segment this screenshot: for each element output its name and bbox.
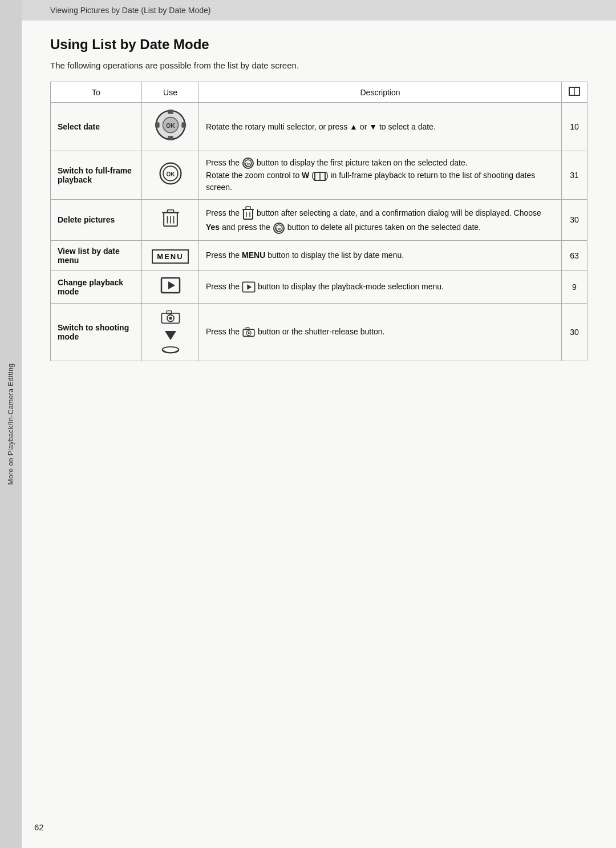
- breadcrumb: Viewing Pictures by Date (List by Date M…: [22, 0, 616, 21]
- svg-marker-39: [165, 331, 176, 340]
- row-desc: Press the button to display the playback…: [199, 270, 562, 303]
- row-use: OK: [142, 151, 199, 200]
- svg-point-44: [248, 332, 249, 334]
- svg-rect-19: [167, 210, 173, 213]
- shutter-icon: [160, 345, 181, 355]
- svg-rect-43: [246, 328, 249, 330]
- row-use: OK: [142, 103, 199, 151]
- menu-icon: MENU: [149, 248, 192, 264]
- svg-rect-23: [244, 209, 253, 219]
- row-desc: Press the button after selecting a date,…: [199, 200, 562, 240]
- row-desc: Press the MENU button to display the lis…: [199, 240, 562, 270]
- ok-circle-icon: OK: [149, 160, 192, 190]
- header-description: Description: [199, 82, 562, 103]
- header-ref: [562, 82, 587, 103]
- header-to: To: [51, 82, 142, 103]
- svg-rect-5: [155, 122, 159, 128]
- row-desc: Press the OK button to display the first…: [199, 151, 562, 200]
- header-use: Use: [142, 82, 199, 103]
- svg-text:OK: OK: [166, 171, 175, 177]
- table-row: Switch to full-frameplayback OK: [51, 151, 587, 200]
- page-number: 62: [34, 822, 44, 832]
- row-desc: Press the button or the shutter-release …: [199, 303, 562, 361]
- row-ref: 31: [562, 151, 587, 200]
- row-ref: 9: [562, 270, 587, 303]
- svg-rect-3: [168, 110, 173, 114]
- intro-text: The following operations are possible fr…: [50, 60, 587, 70]
- row-use: [142, 200, 199, 240]
- play-button-icon: [149, 277, 192, 297]
- table-row: Delete pictures: [51, 200, 587, 240]
- row-to: View list by date menu: [51, 240, 142, 270]
- row-ref: 30: [562, 200, 587, 240]
- row-to: Switch to full-frameplayback: [51, 151, 142, 200]
- svg-text:OK: OK: [276, 227, 282, 231]
- svg-rect-6: [181, 122, 186, 128]
- book-icon: [569, 88, 580, 98]
- trash-icon: [149, 207, 192, 232]
- row-to: Change playback mode: [51, 270, 142, 303]
- row-desc: Rotate the rotary multi selector, or pre…: [199, 103, 562, 151]
- svg-point-38: [169, 317, 172, 320]
- table-row: Change playback mode Press the button to…: [51, 270, 587, 303]
- svg-text:OK: OK: [166, 122, 175, 129]
- row-to: Select date: [51, 103, 142, 151]
- shooting-icons: [149, 309, 192, 355]
- down-arrow-icon: [163, 326, 179, 342]
- svg-text:OK: OK: [245, 162, 252, 166]
- row-to: Switch to shooting mode: [51, 303, 142, 361]
- side-tab: More on Playback/In-Camera Editing: [0, 0, 22, 848]
- svg-rect-4: [168, 136, 173, 140]
- rotary-ok-icon: OK: [154, 108, 187, 142]
- row-ref: 30: [562, 303, 587, 361]
- row-use: [142, 270, 199, 303]
- row-ref: 63: [562, 240, 587, 270]
- row-use: MENU: [142, 240, 199, 270]
- camera-icon: [160, 309, 181, 324]
- svg-marker-32: [168, 281, 175, 289]
- svg-rect-25: [246, 207, 250, 209]
- table-row: Switch to shooting mode: [51, 303, 587, 361]
- svg-marker-34: [247, 285, 252, 290]
- row-to: Delete pictures: [51, 200, 142, 240]
- side-tab-label: More on Playback/In-Camera Editing: [7, 363, 15, 484]
- table-row: View list by date menu MENU Press the ME…: [51, 240, 587, 270]
- table-row: Select date: [51, 103, 587, 151]
- main-content: Viewing Pictures by Date (List by Date M…: [22, 0, 616, 848]
- row-ref: 10: [562, 103, 587, 151]
- row-use: [142, 303, 199, 361]
- operations-table: To Use Description: [50, 82, 587, 361]
- page-title: Using List by Date Mode: [50, 37, 587, 53]
